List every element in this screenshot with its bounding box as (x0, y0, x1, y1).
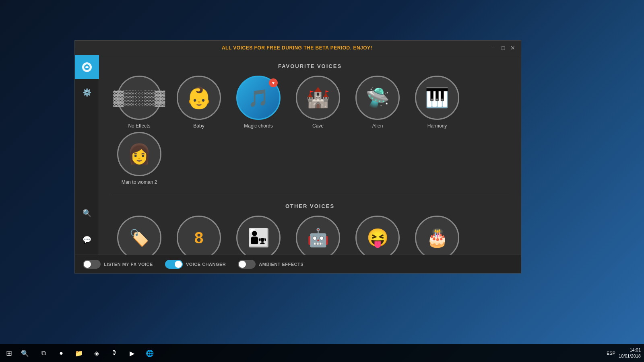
voice-circle-no-effects[interactable]: ▓▒░▒▓ (117, 76, 161, 120)
voice-circle-magic-chords[interactable]: 🎵 ♥ (236, 76, 281, 120)
logo-icon (81, 62, 93, 73)
voice-circle-cave[interactable]: 🏰 (296, 76, 340, 120)
voice-circle-man-to-woman2[interactable]: 👩 (117, 132, 161, 176)
sidebar-chat-icon[interactable]: 💬 (75, 230, 99, 250)
taskbar-media[interactable]: ▶ (124, 344, 140, 362)
voice-label-alien: Alien (372, 123, 383, 129)
app-window: ALL VOICES FOR FREE DURING THE BETA PERI… (74, 40, 521, 274)
voice-changer-knob (175, 261, 182, 268)
voice-circle-8bits[interactable]: 8 (177, 216, 221, 255)
taskbar-clock: 14:01 10/01/2018 (619, 347, 641, 360)
taskbar-edge[interactable]: ◈ (89, 344, 105, 362)
svg-rect-2 (85, 66, 89, 68)
taskbar-chrome[interactable]: ● (53, 344, 69, 362)
listen-fx-knob (84, 261, 91, 268)
voice-cave[interactable]: 🏰 Cave (290, 76, 346, 129)
voice-label-harmony: Harmony (427, 123, 447, 129)
minimize-button[interactable]: − (490, 45, 497, 51)
taskbar-task-view[interactable]: ⧉ (35, 344, 52, 362)
voice-label-no-effects: No Effects (128, 123, 150, 129)
voice-circle-birthday-beach[interactable]: 🎂 (415, 216, 459, 255)
voice-changer-toggle[interactable] (165, 260, 183, 269)
voice-changer-toggle-group: VOICE CHANGER (165, 260, 226, 269)
listen-fx-toggle-group: LISTEN MY FX VOICE (83, 260, 153, 269)
voice-2x1[interactable]: 🏷️ 2x1 (111, 216, 167, 255)
taskbar-date: 10/01/2018 (619, 353, 641, 359)
taskbar-folder[interactable]: 📁 (71, 344, 87, 362)
voice-circle-alien[interactable]: 🛸 (355, 76, 400, 120)
voice-man-to-woman2[interactable]: 👩 Man to woman 2 (111, 132, 167, 185)
sidebar: ⚙️ 🔍 💬 (75, 55, 99, 255)
title-bar: ALL VOICES FOR FREE DURING THE BETA PERI… (75, 41, 521, 55)
ambient-effects-toggle-group: AMBIENT EFFECTS (238, 260, 303, 269)
app-logo[interactable] (75, 55, 99, 79)
no-effects-icon: ▓▒░▒▓ (114, 89, 165, 106)
voice-alien[interactable]: 🛸 Alien (349, 76, 406, 129)
other-voices-grid: 🏷️ 2x1 8 8bits 👨‍👧 Adult to childr (111, 216, 509, 255)
voice-label-cave: Cave (312, 123, 324, 129)
ambient-effects-toggle[interactable] (238, 260, 256, 269)
taskbar-search-button[interactable]: 🔍 (18, 344, 32, 362)
title-controls: − □ ✕ (490, 45, 516, 51)
voice-magic-chords[interactable]: 🎵 ♥ Magic chords (230, 76, 287, 129)
favorite-badge: ♥ (269, 78, 278, 87)
voice-8bits[interactable]: 8 8bits (171, 216, 227, 255)
ambient-effects-label: AMBIENT EFFECTS (259, 262, 303, 267)
voice-adult-to-children[interactable]: 👨‍👧 Adult to children (230, 216, 287, 255)
maximize-button[interactable]: □ (500, 45, 506, 51)
voice-label-baby: Baby (193, 123, 204, 129)
voice-harmony[interactable]: 🎹 Harmony (409, 76, 465, 129)
ambient-effects-knob (239, 261, 246, 268)
listen-fx-toggle[interactable] (83, 260, 101, 269)
title-notice: ALL VOICES FOR FREE DURING THE BETA PERI… (104, 45, 490, 51)
sidebar-settings-icon[interactable]: ⚙️ (75, 82, 99, 103)
main-layout: ⚙️ 🔍 💬 FAVOURITE VOICES ▓▒░▒▓ No Effects (75, 55, 521, 255)
sidebar-bottom: 🔍 💬 (75, 200, 99, 255)
voice-baby[interactable]: 👶 Baby (171, 76, 227, 129)
taskbar: ⊞ 🔍 ⧉ ● 📁 ◈ 🎙 ▶ 🌐 ESP 14:01 10/01/2018 (0, 344, 644, 362)
voice-birthday-beach[interactable]: 🎂 Birthday beach (409, 216, 465, 255)
voice-circle-baby[interactable]: 👶 (177, 76, 221, 120)
voice-android[interactable]: 🤖 Android (290, 216, 346, 255)
taskbar-items: ⧉ ● 📁 ◈ 🎙 ▶ 🌐 (35, 344, 158, 362)
voice-circle-2x1[interactable]: 🏷️ (117, 216, 161, 255)
voice-circle-harmony[interactable]: 🎹 (415, 76, 459, 120)
voice-circle-adult-to-children[interactable]: 👨‍👧 (236, 216, 281, 255)
listen-fx-label: LISTEN MY FX VOICE (104, 262, 153, 267)
taskbar-app[interactable]: 🎙 (106, 344, 122, 362)
voice-circle-android[interactable]: 🤖 (296, 216, 340, 255)
favourite-voices-grid: ▓▒░▒▓ No Effects 👶 Baby 🎵 ♥ (111, 76, 509, 185)
start-button[interactable]: ⊞ (0, 344, 18, 362)
section-divider (111, 195, 509, 195)
voice-label-magic-chords: Magic chords (244, 123, 272, 129)
taskbar-time: 14:01 (619, 347, 641, 353)
voice-aphonic[interactable]: 😝 Aphonic (349, 216, 406, 255)
voice-changer-label: VOICE CHANGER (186, 262, 226, 267)
sidebar-search-icon[interactable]: 🔍 (75, 203, 99, 223)
other-section-title: OTHER VOICES (111, 203, 509, 209)
taskbar-misc[interactable]: 🌐 (142, 344, 158, 362)
favourite-section-title: FAVOURITE VOICES (111, 63, 509, 69)
voice-no-effects[interactable]: ▓▒░▒▓ No Effects (111, 76, 167, 129)
content-area: FAVOURITE VOICES ▓▒░▒▓ No Effects 👶 Baby (99, 55, 521, 255)
taskbar-right: ESP 14:01 10/01/2018 (607, 347, 644, 360)
close-button[interactable]: ✕ (510, 45, 516, 51)
taskbar-lang: ESP (607, 351, 615, 356)
bottom-bar: LISTEN MY FX VOICE VOICE CHANGER AMBIENT… (75, 255, 521, 273)
voice-circle-aphonic[interactable]: 😝 (355, 216, 400, 255)
voice-label-man-to-woman2: Man to woman 2 (122, 179, 157, 185)
